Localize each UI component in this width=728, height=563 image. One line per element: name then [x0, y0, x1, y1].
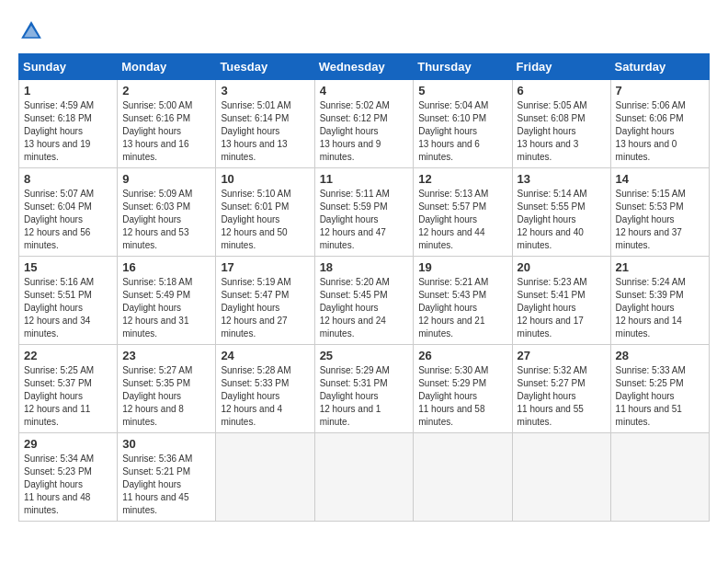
day-number: 4	[320, 84, 409, 98]
day-number: 29	[24, 437, 112, 451]
day-info: Sunrise: 5:33 AMSunset: 5:25 PMDaylight …	[616, 364, 704, 429]
calendar-cell: 12Sunrise: 5:13 AMSunset: 5:57 PMDayligh…	[414, 168, 512, 257]
calendar-cell: 2Sunrise: 5:00 AMSunset: 6:16 PMDaylight…	[118, 80, 216, 168]
day-info: Sunrise: 4:59 AMSunset: 6:18 PMDaylight …	[24, 99, 112, 164]
day-info: Sunrise: 5:05 AMSunset: 6:08 PMDaylight …	[518, 99, 606, 164]
col-header-saturday: Saturday	[610, 54, 709, 80]
day-info: Sunrise: 5:00 AMSunset: 6:16 PMDaylight …	[122, 99, 210, 164]
day-number: 26	[418, 349, 506, 362]
calendar-cell: 19Sunrise: 5:21 AMSunset: 5:43 PMDayligh…	[414, 257, 512, 345]
calendar-week-3: 15Sunrise: 5:16 AMSunset: 5:51 PMDayligh…	[19, 257, 710, 345]
calendar-cell: 25Sunrise: 5:29 AMSunset: 5:31 PMDayligh…	[314, 345, 414, 433]
calendar-cell: 7Sunrise: 5:06 AMSunset: 6:06 PMDaylight…	[610, 80, 709, 168]
calendar-cell: 22Sunrise: 5:25 AMSunset: 5:37 PMDayligh…	[19, 345, 118, 433]
calendar-header-row: SundayMondayTuesdayWednesdayThursdayFrid…	[19, 54, 710, 80]
calendar-cell: 11Sunrise: 5:11 AMSunset: 5:59 PMDayligh…	[314, 168, 414, 257]
day-info: Sunrise: 5:21 AMSunset: 5:43 PMDaylight …	[418, 276, 506, 340]
day-info: Sunrise: 5:18 AMSunset: 5:49 PMDaylight …	[122, 276, 210, 340]
calendar-cell: 3Sunrise: 5:01 AMSunset: 6:14 PMDaylight…	[216, 80, 314, 168]
calendar-cell: 28Sunrise: 5:33 AMSunset: 5:25 PMDayligh…	[610, 345, 709, 433]
calendar-week-2: 8Sunrise: 5:07 AMSunset: 6:04 PMDaylight…	[19, 168, 710, 257]
day-info: Sunrise: 5:06 AMSunset: 6:06 PMDaylight …	[616, 99, 704, 164]
day-number: 16	[122, 260, 210, 274]
calendar-cell: 14Sunrise: 5:15 AMSunset: 5:53 PMDayligh…	[610, 168, 709, 257]
col-header-tuesday: Tuesday	[216, 54, 314, 80]
day-info: Sunrise: 5:04 AMSunset: 6:10 PMDaylight …	[418, 99, 506, 164]
day-number: 13	[518, 172, 606, 186]
calendar-cell: 1Sunrise: 4:59 AMSunset: 6:18 PMDaylight…	[19, 80, 118, 168]
calendar-cell: 23Sunrise: 5:27 AMSunset: 5:35 PMDayligh…	[118, 345, 216, 433]
day-number: 23	[122, 349, 210, 362]
col-header-thursday: Thursday	[414, 54, 512, 80]
calendar-cell: 5Sunrise: 5:04 AMSunset: 6:10 PMDaylight…	[414, 80, 512, 168]
calendar-cell	[610, 433, 709, 522]
day-number: 28	[616, 349, 704, 362]
calendar-cell: 4Sunrise: 5:02 AMSunset: 6:12 PMDaylight…	[314, 80, 414, 168]
day-number: 5	[418, 84, 506, 98]
day-info: Sunrise: 5:15 AMSunset: 5:53 PMDaylight …	[616, 188, 704, 252]
calendar-cell: 30Sunrise: 5:36 AMSunset: 5:21 PMDayligh…	[118, 433, 216, 522]
day-number: 15	[24, 260, 112, 274]
day-info: Sunrise: 5:10 AMSunset: 6:01 PMDaylight …	[221, 188, 309, 252]
calendar-cell: 8Sunrise: 5:07 AMSunset: 6:04 PMDaylight…	[19, 168, 118, 257]
day-info: Sunrise: 5:23 AMSunset: 5:41 PMDaylight …	[518, 276, 606, 340]
day-number: 12	[418, 172, 506, 186]
day-number: 11	[320, 172, 409, 186]
day-number: 18	[320, 260, 409, 274]
day-info: Sunrise: 5:27 AMSunset: 5:35 PMDaylight …	[122, 364, 210, 429]
day-info: Sunrise: 5:25 AMSunset: 5:37 PMDaylight …	[24, 364, 112, 429]
day-info: Sunrise: 5:16 AMSunset: 5:51 PMDaylight …	[24, 276, 112, 340]
day-number: 7	[616, 84, 704, 98]
day-number: 3	[221, 84, 309, 98]
calendar-cell: 18Sunrise: 5:20 AMSunset: 5:45 PMDayligh…	[314, 257, 414, 345]
day-info: Sunrise: 5:28 AMSunset: 5:33 PMDaylight …	[221, 364, 309, 429]
day-number: 1	[24, 84, 112, 98]
day-number: 9	[122, 172, 210, 186]
day-info: Sunrise: 5:09 AMSunset: 6:03 PMDaylight …	[122, 188, 210, 252]
calendar-cell: 10Sunrise: 5:10 AMSunset: 6:01 PMDayligh…	[216, 168, 314, 257]
day-info: Sunrise: 5:13 AMSunset: 5:57 PMDaylight …	[418, 188, 506, 252]
calendar-week-5: 29Sunrise: 5:34 AMSunset: 5:23 PMDayligh…	[19, 433, 710, 522]
day-info: Sunrise: 5:14 AMSunset: 5:55 PMDaylight …	[518, 188, 606, 252]
col-header-wednesday: Wednesday	[314, 54, 414, 80]
col-header-friday: Friday	[512, 54, 610, 80]
calendar-cell: 17Sunrise: 5:19 AMSunset: 5:47 PMDayligh…	[216, 257, 314, 345]
day-number: 25	[320, 349, 409, 362]
calendar-cell: 15Sunrise: 5:16 AMSunset: 5:51 PMDayligh…	[19, 257, 118, 345]
page-header	[18, 18, 710, 44]
day-info: Sunrise: 5:29 AMSunset: 5:31 PMDaylight …	[320, 364, 409, 429]
calendar-table: SundayMondayTuesdayWednesdayThursdayFrid…	[18, 53, 710, 522]
day-info: Sunrise: 5:20 AMSunset: 5:45 PMDaylight …	[320, 276, 409, 340]
calendar-cell: 27Sunrise: 5:32 AMSunset: 5:27 PMDayligh…	[512, 345, 610, 433]
day-info: Sunrise: 5:30 AMSunset: 5:29 PMDaylight …	[418, 364, 506, 429]
day-number: 10	[221, 172, 309, 186]
day-number: 24	[221, 349, 309, 362]
day-info: Sunrise: 5:32 AMSunset: 5:27 PMDaylight …	[518, 364, 606, 429]
calendar-cell: 13Sunrise: 5:14 AMSunset: 5:55 PMDayligh…	[512, 168, 610, 257]
logo-icon	[18, 18, 44, 44]
calendar-cell	[512, 433, 610, 522]
calendar-cell	[216, 433, 314, 522]
day-info: Sunrise: 5:24 AMSunset: 5:39 PMDaylight …	[616, 276, 704, 340]
day-number: 6	[518, 84, 606, 98]
day-number: 22	[24, 349, 112, 362]
calendar-week-1: 1Sunrise: 4:59 AMSunset: 6:18 PMDaylight…	[19, 80, 710, 168]
day-info: Sunrise: 5:01 AMSunset: 6:14 PMDaylight …	[221, 99, 309, 164]
day-number: 21	[616, 260, 704, 274]
calendar-cell: 24Sunrise: 5:28 AMSunset: 5:33 PMDayligh…	[216, 345, 314, 433]
calendar-cell: 6Sunrise: 5:05 AMSunset: 6:08 PMDaylight…	[512, 80, 610, 168]
calendar-cell: 29Sunrise: 5:34 AMSunset: 5:23 PMDayligh…	[19, 433, 118, 522]
calendar-cell	[414, 433, 512, 522]
day-info: Sunrise: 5:19 AMSunset: 5:47 PMDaylight …	[221, 276, 309, 340]
logo	[18, 18, 48, 44]
day-info: Sunrise: 5:36 AMSunset: 5:21 PMDaylight …	[122, 453, 210, 517]
day-number: 30	[122, 437, 210, 451]
day-number: 2	[122, 84, 210, 98]
day-number: 14	[616, 172, 704, 186]
calendar-cell: 9Sunrise: 5:09 AMSunset: 6:03 PMDaylight…	[118, 168, 216, 257]
day-number: 27	[518, 349, 606, 362]
day-number: 20	[518, 260, 606, 274]
calendar-cell: 20Sunrise: 5:23 AMSunset: 5:41 PMDayligh…	[512, 257, 610, 345]
day-info: Sunrise: 5:11 AMSunset: 5:59 PMDaylight …	[320, 188, 409, 252]
day-number: 19	[418, 260, 506, 274]
